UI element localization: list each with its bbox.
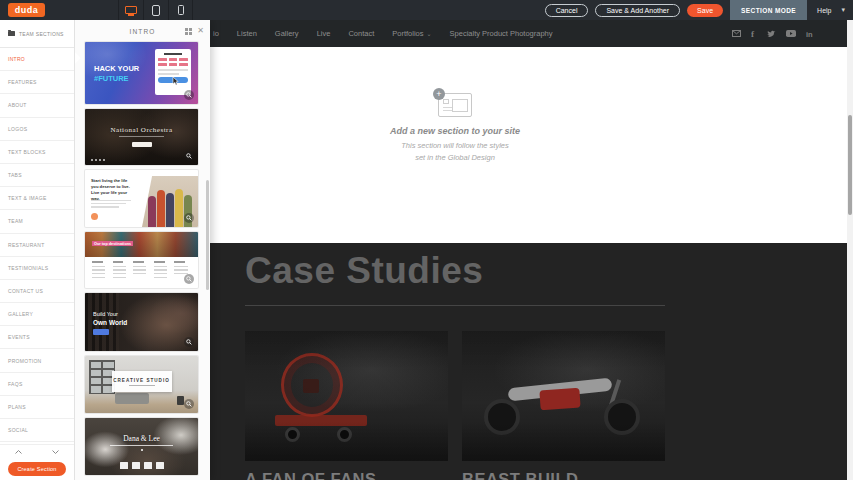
zoom-preview-icon[interactable] (184, 90, 194, 100)
close-icon[interactable]: ✕ (197, 27, 204, 35)
thumb-form-card (155, 49, 191, 95)
thumb-heading: Our top destinations (92, 241, 133, 246)
sidebar-item-team[interactable]: TEAM (0, 210, 74, 233)
device-switcher (118, 0, 193, 20)
intro-sections-panel: INTRO ✕ HACK YOUR #FUTURE Natio (75, 20, 210, 480)
site-nav-item-contact[interactable]: Contact (348, 29, 374, 38)
thumbnail-build-your-own-world[interactable]: Build Your Own World (85, 293, 198, 351)
sidebar-item-intro[interactable]: INTRO (0, 48, 74, 71)
grid-view-icon[interactable] (185, 28, 192, 35)
zoom-preview-icon[interactable] (184, 337, 194, 347)
facebook-icon[interactable]: f (751, 29, 757, 38)
scroll-down-button[interactable] (37, 445, 74, 459)
thumb-cta-button (158, 77, 188, 83)
panel-scrollbar-thumb[interactable] (206, 180, 209, 290)
thumb-heading: Build Your Own World (93, 310, 127, 328)
site-nav-item[interactable]: io (213, 29, 219, 38)
sidebar-item-gallery[interactable]: GALLERY (0, 303, 74, 326)
twitter-icon[interactable] (767, 30, 776, 38)
zoom-preview-icon[interactable] (184, 213, 194, 223)
linkedin-icon[interactable]: in (806, 30, 814, 38)
site-nav-item-specialty[interactable]: Specialty Product Photography (450, 29, 553, 38)
sidebar-item-events[interactable]: EVENTS (0, 326, 74, 349)
thumb-cta-button (93, 329, 109, 335)
carousel-dots (91, 159, 105, 161)
sidebar-item-testimonials[interactable]: TESTIMONIALS (0, 257, 74, 280)
thumb-heading: National Orchestra (85, 126, 198, 134)
sidebar-item-contact-us[interactable]: CONTACT US (0, 280, 74, 303)
site-social-icons: f in (732, 20, 814, 47)
placeholder-rect (452, 99, 468, 112)
sidebar-item-features[interactable]: FEATURES (0, 71, 74, 94)
create-section-button[interactable]: Create Section (8, 462, 66, 476)
sidebar-item-about[interactable]: ABOUT (0, 94, 74, 117)
case-study-heading: A FAN OF FANS (245, 470, 448, 480)
site-nav-item-gallery[interactable]: Gallery (275, 29, 299, 38)
sidebar-item-faqs[interactable]: FAQS (0, 373, 74, 396)
youtube-icon[interactable] (786, 30, 796, 37)
help-button[interactable]: Help (807, 7, 841, 14)
panel-header: INTRO ✕ (75, 20, 210, 42)
thumbnail-dana-and-lee[interactable]: Dana & Lee (85, 418, 198, 475)
site-nav-item-listen[interactable]: Listen (237, 29, 257, 38)
placeholder-square (443, 99, 449, 104)
desktop-view-button[interactable] (118, 0, 143, 20)
chevron-down-icon[interactable]: ▾ (841, 6, 853, 14)
mobile-icon (178, 5, 184, 15)
sidebar-pager (0, 444, 74, 459)
dirt-bike-image (462, 331, 665, 461)
tablet-view-button[interactable] (143, 0, 168, 20)
thumbnail-top-destinations[interactable]: Our top destinations (85, 232, 198, 288)
chair-shape (177, 396, 184, 405)
editor-topbar: duda Cancel Save & Add Another Save SECT… (0, 0, 853, 20)
zoom-preview-icon[interactable] (184, 399, 194, 409)
save-button[interactable]: Save (687, 4, 723, 17)
site-nav-item-portfolios[interactable]: Portfolios⌄ (392, 29, 431, 38)
email-icon[interactable] (732, 30, 741, 37)
title-divider (245, 305, 665, 306)
case-studies-title: Case Studies (245, 250, 665, 292)
placeholder-line (443, 107, 452, 108)
folder-icon (8, 31, 15, 36)
zoom-preview-icon[interactable] (184, 151, 194, 161)
cancel-button[interactable]: Cancel (545, 4, 589, 17)
sofa-shape (115, 393, 149, 404)
thumb-heading: Start living the life you deserve to liv… (91, 178, 135, 202)
sidebar-item-restaurant[interactable]: RESTAURANT (0, 234, 74, 257)
sidebar-item-promotion[interactable]: PROMOTION (0, 349, 74, 372)
section-mode-badge: SECTION MODE (730, 0, 807, 20)
fan-base-shape (275, 415, 367, 426)
panel-title: INTRO (129, 28, 155, 35)
thumb-heading: HACK YOUR #FUTURE (94, 64, 139, 84)
nav-label: Listen (237, 29, 257, 38)
sidebar-item-logos[interactable]: LOGOS (0, 118, 74, 141)
save-add-another-button[interactable]: Save & Add Another (595, 4, 680, 17)
fan-hub-shape (303, 379, 319, 393)
sidebar-item-tabs[interactable]: TABS (0, 164, 74, 187)
bike-body-shape (508, 378, 613, 402)
thumbnail-creative-studio[interactable]: CREATIVE STUDIO (85, 356, 198, 413)
duda-logo: duda (8, 3, 45, 17)
thumbnail-life-coaching[interactable]: Start living the life you deserve to liv… (85, 170, 198, 227)
sidebar-item-plans[interactable]: PLANS (0, 396, 74, 419)
sidebar-item-social[interactable]: SOCIAL (0, 419, 74, 442)
nav-label: Gallery (275, 29, 299, 38)
fan-cart-image (245, 331, 448, 461)
wheel-shape (285, 427, 300, 442)
nav-label: Contact (348, 29, 374, 38)
site-nav-item-live[interactable]: Live (317, 29, 331, 38)
links-table (92, 261, 191, 281)
scroll-up-button[interactable] (0, 445, 37, 459)
thumbnail-hack-your-future[interactable]: HACK YOUR #FUTURE (85, 42, 198, 104)
sidebar-item-text-blocks[interactable]: TEXT BLOCKS (0, 141, 74, 164)
tablet-icon (152, 5, 160, 16)
zoom-preview-icon[interactable] (184, 274, 194, 284)
thumbnail-national-orchestra[interactable]: National Orchestra (85, 109, 198, 165)
countdown-boxes (85, 462, 198, 469)
sections-sidebar: TEAM SECTIONS INTRO FEATURES ABOUT LOGOS… (0, 20, 75, 480)
wheel-shape (337, 427, 352, 442)
mobile-view-button[interactable] (168, 0, 193, 20)
sidebar-item-text-image[interactable]: TEXT & IMAGE (0, 187, 74, 210)
case-study-heading: BEAST BUILD (462, 470, 665, 480)
page-scrollbar-thumb[interactable] (848, 115, 852, 215)
